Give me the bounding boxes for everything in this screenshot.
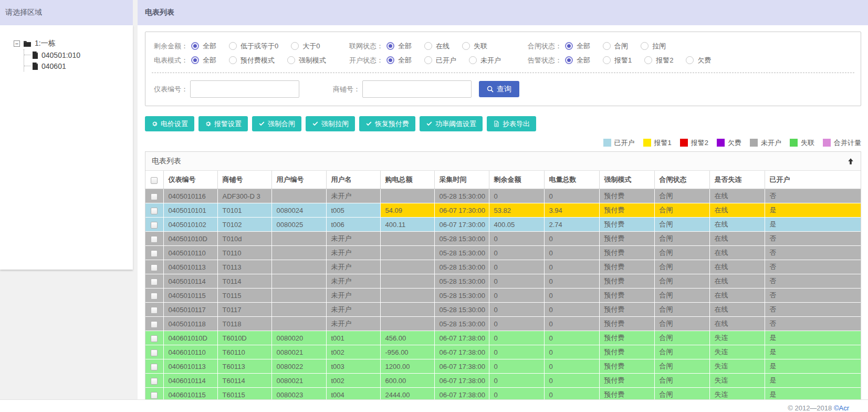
filter-group-remaining-amount: 剩余金额：全部低于或等于0大于0	[154, 42, 349, 51]
tree-child-node[interactable]: 040501:010	[24, 49, 133, 60]
radio-meter-mode-1[interactable]: 预付费模式	[229, 56, 275, 65]
tree-child-node[interactable]: 040601	[24, 60, 133, 71]
radio-meter-mode-0[interactable]: 全部	[191, 56, 216, 65]
table-cell: 是	[765, 331, 861, 345]
row-checkbox[interactable]	[151, 236, 158, 243]
query-button[interactable]: 查询	[479, 81, 519, 97]
radio-icon[interactable]	[641, 42, 649, 50]
radio-remaining-amount-0[interactable]: 全部	[191, 42, 216, 51]
tree-child-label[interactable]: 040601	[41, 62, 66, 70]
table-cell: 在线	[709, 203, 765, 218]
row-checkbox[interactable]	[151, 222, 158, 229]
row-checkbox[interactable]	[151, 392, 158, 399]
action-button-抄表导出[interactable]: 抄表导出	[487, 116, 536, 131]
action-button-功率阈值设置[interactable]: 功率阈值设置	[420, 116, 483, 131]
table-cell: 0	[489, 303, 544, 317]
row-checkbox[interactable]	[151, 208, 158, 214]
radio-icon[interactable]	[386, 42, 394, 50]
row-checkbox[interactable]	[151, 264, 158, 271]
shop-no-input[interactable]	[362, 80, 472, 98]
action-button-强制拉闸[interactable]: 强制拉闸	[306, 116, 355, 131]
radio-alarm-status-3[interactable]: 欠费	[686, 56, 711, 65]
action-button-电价设置[interactable]: 电价设置	[145, 116, 194, 131]
row-checkbox[interactable]	[151, 307, 158, 314]
radio-icon[interactable]	[686, 56, 694, 64]
radio-icon[interactable]	[191, 42, 199, 50]
row-checkbox[interactable]	[151, 335, 158, 342]
filter-label: 开户状态：	[349, 56, 383, 65]
radio-icon[interactable]	[603, 56, 611, 64]
row-checkbox[interactable]	[151, 293, 158, 300]
action-button-label: 电价设置	[161, 119, 188, 129]
radio-meter-mode-2[interactable]: 强制模式	[287, 56, 326, 65]
radio-icon[interactable]	[462, 42, 470, 50]
action-button-恢复预付费[interactable]: 恢复预付费	[359, 116, 415, 131]
radio-network-status-1[interactable]: 在线	[424, 42, 449, 51]
select-all-checkbox[interactable]	[151, 177, 158, 184]
radio-icon[interactable]	[565, 56, 573, 64]
radio-icon[interactable]	[229, 42, 237, 50]
row-checkbox[interactable]	[151, 364, 158, 370]
radio-switch-status-0[interactable]: 全部	[565, 42, 590, 51]
gear-icon	[205, 120, 214, 127]
table-cell: 0	[489, 345, 544, 359]
row-checkbox[interactable]	[151, 378, 158, 385]
row-checkbox[interactable]	[151, 321, 158, 328]
tree-child-label[interactable]: 040501:010	[41, 51, 80, 59]
filter-label: 电表模式：	[154, 56, 188, 65]
table-cell: 合闸	[654, 246, 709, 260]
table-cell: 400.05	[489, 218, 544, 232]
row-checkbox[interactable]	[151, 349, 158, 356]
radio-icon[interactable]	[291, 42, 299, 50]
check-icon	[365, 120, 375, 127]
radio-remaining-amount-2[interactable]: 大于0	[291, 42, 320, 51]
radio-icon[interactable]	[191, 56, 199, 64]
radio-alarm-status-1[interactable]: 报警1	[603, 56, 632, 65]
table-cell: 0	[489, 289, 544, 303]
radio-alarm-status-2[interactable]: 报警2	[644, 56, 673, 65]
row-checkbox[interactable]	[151, 279, 158, 285]
table-cell: 预付费	[599, 232, 654, 246]
action-button-报警设置[interactable]: 报警设置	[198, 116, 248, 131]
radio-account-status-2[interactable]: 未开户	[469, 56, 501, 65]
check-icon	[312, 120, 321, 127]
collapse-arrow-icon[interactable]	[847, 158, 854, 165]
row-checkbox[interactable]	[151, 250, 158, 257]
radio-icon[interactable]	[644, 56, 652, 64]
legend-swatch	[643, 139, 651, 147]
radio-icon[interactable]	[424, 42, 432, 50]
legend-swatch	[603, 139, 611, 147]
table-cell: 合闸	[654, 274, 709, 289]
radio-icon[interactable]	[229, 56, 237, 64]
table-cell: 在线	[709, 218, 765, 232]
meter-no-input[interactable]	[190, 80, 299, 98]
copyright-link[interactable]: ©Acr	[834, 404, 849, 412]
tree-root-label[interactable]: 1:一栋	[35, 39, 56, 48]
radio-account-status-1[interactable]: 已开户	[424, 56, 456, 65]
tree-root-node[interactable]: − 1:一栋	[14, 38, 133, 49]
table-cell: 0	[544, 345, 599, 359]
radio-icon[interactable]	[386, 56, 394, 64]
file-icon	[32, 52, 38, 59]
radio-remaining-amount-1[interactable]: 低于或等于0	[229, 42, 278, 51]
radio-icon[interactable]	[603, 42, 611, 50]
radio-icon[interactable]	[287, 56, 295, 64]
table-cell: 0	[544, 274, 599, 289]
radio-network-status-0[interactable]: 全部	[386, 42, 412, 51]
radio-icon[interactable]	[565, 42, 573, 50]
tree-collapse-icon[interactable]: −	[14, 40, 20, 47]
radio-switch-status-2[interactable]: 拉闸	[641, 42, 666, 51]
radio-icon[interactable]	[469, 56, 477, 64]
action-button-强制合闸[interactable]: 强制合闸	[252, 116, 301, 131]
table-cell: 0	[489, 189, 544, 203]
radio-network-status-2[interactable]: 失联	[462, 42, 487, 51]
table-cell: 456.00	[380, 331, 434, 345]
radio-icon[interactable]	[424, 56, 432, 64]
row-checkbox[interactable]	[151, 193, 158, 200]
radio-account-status-0[interactable]: 全部	[386, 56, 412, 65]
table-row: 0405010114T0114未开户05-28 15:30:0000预付费合闸在…	[145, 274, 861, 289]
radio-switch-status-1[interactable]: 合闸	[603, 42, 628, 51]
table-cell	[271, 274, 326, 289]
table-cell: 是	[765, 374, 861, 388]
radio-alarm-status-0[interactable]: 全部	[565, 56, 590, 65]
